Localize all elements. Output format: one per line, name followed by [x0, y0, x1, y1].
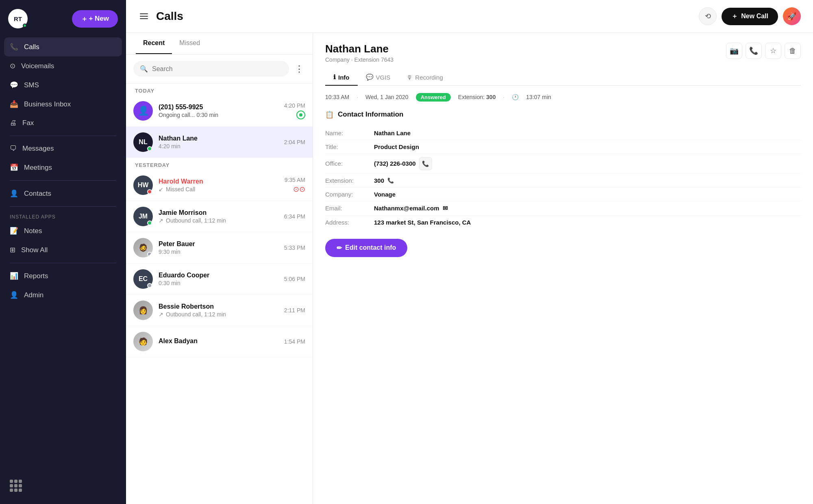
field-value-name: Nathan Lane [374, 130, 411, 136]
new-call-button[interactable]: ＋ New Call [722, 8, 778, 25]
field-company: Company: Vonage [325, 188, 801, 201]
fax-icon: 🖨 [10, 119, 17, 127]
call-sub-1: Ongoing call... 0:30 min [159, 112, 278, 118]
topbar: Calls ⟲ ＋ New Call 🚀 [126, 0, 813, 33]
pencil-icon: ✏ [337, 244, 342, 252]
detail-panel: Nathan Lane Company · Extension 7643 📷 📞… [313, 33, 813, 504]
status-dot-pb [147, 252, 152, 257]
search-input[interactable] [152, 65, 283, 73]
detail-sub: Company · Extension 7643 [325, 56, 393, 63]
call-time-4: 6:34 PM [284, 213, 305, 220]
call-date-display: Wed, 1 Jan 2020 [365, 94, 409, 100]
grid-icon[interactable] [4, 476, 122, 496]
sidebar: RT ＋ + New 📞 Calls ⊙ Voicemails 💬 SMS 📥 … [0, 0, 126, 504]
phone-small-icon: 📞 [387, 177, 394, 184]
call-time-6: 5:06 PM [284, 276, 305, 282]
call-avatar-1: 👤 [133, 101, 153, 121]
sidebar-item-meetings[interactable]: 📅 Meetings [4, 158, 122, 177]
sms-icon: 💬 [10, 81, 18, 89]
field-email: Email: Nathanmx@email.com ✉ [325, 201, 801, 216]
sidebar-bottom [0, 472, 126, 504]
call-name-1: (201) 555-9925 [159, 104, 278, 111]
info-icon: ℹ [333, 74, 336, 81]
sidebar-item-notes[interactable]: 📝 Notes [4, 221, 122, 240]
sidebar-item-business-inbox[interactable]: 📥 Business Inbox [4, 95, 122, 114]
sidebar-item-admin[interactable]: 👤 Admin [4, 286, 122, 305]
call-list-panel: Recent Missed 🔍 ⋮ TODAY 👤 [126, 33, 313, 504]
bubble-icon: 💬 [366, 74, 374, 81]
plus-icon: ＋ [731, 12, 738, 21]
outbound-arrow-icon-4: ↗ [159, 217, 163, 224]
delete-button[interactable]: 🗑 [785, 43, 801, 59]
sidebar-item-sms[interactable]: 💬 SMS [4, 76, 122, 95]
sidebar-item-fax[interactable]: 🖨 Fax [4, 114, 122, 132]
phone-icon-detail: 📞 [749, 46, 758, 55]
mail-icon: ✉ [443, 205, 448, 212]
topbar-right: ⟲ ＋ New Call 🚀 [699, 7, 801, 25]
sidebar-item-contacts[interactable]: 👤 Contacts [4, 184, 122, 203]
detail-header: Nathan Lane Company · Extension 7643 📷 📞… [325, 43, 801, 63]
field-extension: Extension: 300 📞 [325, 174, 801, 188]
call-item-1[interactable]: 👤 (201) 555-9925 Ongoing call... 0:30 mi… [126, 95, 313, 127]
call-avatar-2: NL [133, 132, 153, 152]
office-phone-button[interactable]: 📞 [419, 157, 432, 170]
call-info-2: Nathan Lane 4:20 min [159, 135, 278, 149]
field-value-address: 123 market St, San Francisco, CA [374, 219, 471, 226]
phone-call-icon: 📞 [422, 160, 429, 167]
sidebar-item-voicemails[interactable]: ⊙ Voicemails [4, 56, 122, 76]
tab-vgis[interactable]: 💬 VGIS [358, 69, 399, 86]
sidebar-divider-4 [10, 263, 116, 263]
phone-icon: 📞 [10, 43, 18, 51]
call-time-3: 9:35 AM ⊙⊙ [285, 177, 305, 194]
photo-placeholder-8: 🧑 [133, 332, 153, 351]
video-call-button[interactable]: 📷 [726, 43, 742, 59]
call-item-2[interactable]: NL Nathan Lane 4:20 min 2:04 PM [126, 127, 313, 158]
sidebar-item-reports[interactable]: 📊 Reports [4, 266, 122, 286]
tab-recent[interactable]: Recent [136, 33, 172, 54]
tab-info[interactable]: ℹ Info [325, 69, 358, 86]
hamburger-button[interactable] [138, 12, 150, 21]
field-name: Name: Nathan Lane [325, 126, 801, 140]
new-button[interactable]: ＋ + New [72, 10, 118, 28]
tab-missed[interactable]: Missed [172, 33, 207, 54]
more-options-button[interactable]: ⋮ [293, 62, 305, 76]
contact-info-header: 📋 Contact Information [325, 110, 801, 119]
call-item-5[interactable]: 🧔 Peter Bauer 9:30 min 5:33 PM [126, 232, 313, 264]
detail-tabs: ℹ Info 💬 VGIS 🎙 Recording [325, 69, 801, 86]
status-badge: Answered [416, 93, 451, 102]
detail-name: Nathan Lane [325, 43, 393, 55]
tab-recording[interactable]: 🎙 Recording [398, 69, 451, 86]
meetings-icon: 📅 [10, 163, 18, 172]
call-sub-5: 9:30 min [159, 249, 278, 255]
section-yesterday: YESTERDAY [126, 158, 313, 170]
field-title: Title: Product Design [325, 140, 801, 154]
call-item-3[interactable]: HW Harold Warren ↙ Missed Call 9:35 AM ⊙… [126, 170, 313, 201]
call-item-8[interactable]: 🧑 Alex Badyan 1:54 PM [126, 326, 313, 357]
status-dot-hw [147, 189, 152, 194]
sidebar-item-calls[interactable]: 📞 Calls [4, 37, 122, 56]
status-dot-nl [147, 146, 152, 151]
phone-call-button[interactable]: 📞 [746, 43, 762, 59]
call-item-4[interactable]: JM Jamie Morrison ↗ Outbound call, 1:12 … [126, 201, 313, 232]
initials-jm: JM [139, 213, 148, 220]
duration-display: 13:07 min [526, 94, 551, 100]
sync-icon: ⟲ [705, 12, 711, 21]
show-all-icon: ⊞ [10, 246, 15, 254]
sidebar-item-show-all[interactable]: ⊞ Show All [4, 240, 122, 260]
search-row: 🔍 ⋮ [126, 54, 313, 84]
call-item-6[interactable]: EC Eduardo Cooper 0:30 min 5:06 PM [126, 264, 313, 295]
search-input-wrap: 🔍 [133, 61, 289, 77]
sidebar-header: RT ＋ + New [0, 0, 126, 37]
call-item-7[interactable]: 👩 Bessie Robertson ↗ Outbound call, 1:12… [126, 295, 313, 326]
edit-contact-button[interactable]: ✏ Edit contact info [325, 239, 407, 257]
sidebar-item-messages[interactable]: 🗨 Messages [4, 139, 122, 158]
call-list: TODAY 👤 (201) 555-9925 Ongoing call... 0… [126, 84, 313, 504]
contacts-icon: 👤 [10, 189, 18, 198]
sync-button[interactable]: ⟲ [699, 7, 717, 25]
section-today: TODAY [126, 84, 313, 95]
contact-card-icon: 📋 [325, 110, 334, 119]
call-name-4: Jamie Morrison [159, 209, 278, 216]
search-icon: 🔍 [140, 65, 148, 73]
rocket-button[interactable]: 🚀 [783, 7, 801, 25]
star-button[interactable]: ☆ [765, 43, 781, 59]
